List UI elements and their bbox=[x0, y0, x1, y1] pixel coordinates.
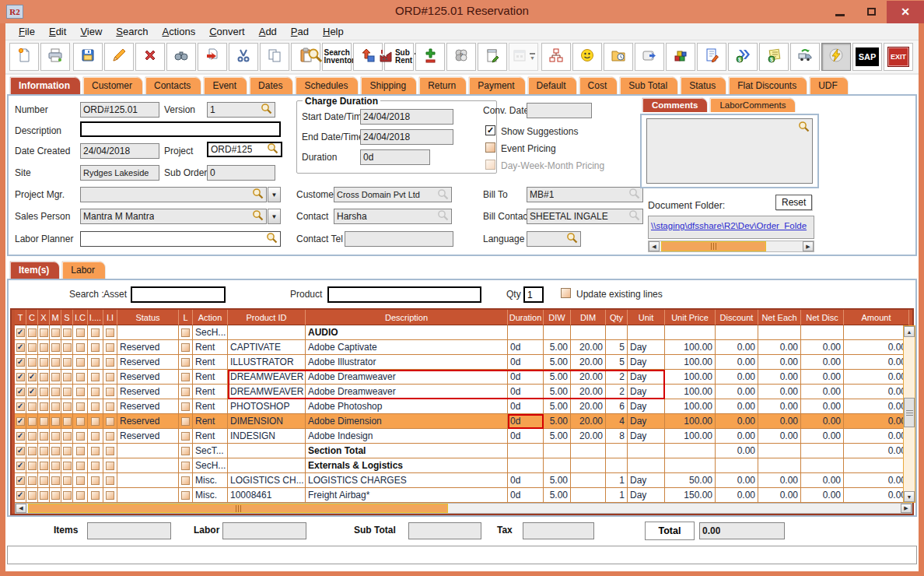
row-checkbox[interactable] bbox=[51, 447, 60, 455]
tab-labor[interactable]: Labor bbox=[61, 261, 106, 279]
scroll-right-icon[interactable]: ▶ bbox=[901, 504, 912, 513]
row-checkbox[interactable]: ✓ bbox=[16, 462, 25, 470]
row-checkbox[interactable] bbox=[63, 343, 72, 352]
row-checkbox[interactable]: ✓ bbox=[28, 388, 37, 396]
row-checkbox[interactable] bbox=[63, 432, 72, 441]
row-checkbox[interactable] bbox=[76, 388, 85, 396]
grid-row[interactable]: ✓Misc.LOGISTICS CH...LOGISTICS CHARGES0d… bbox=[15, 473, 912, 488]
row-checkbox[interactable] bbox=[76, 417, 85, 426]
row-checkbox[interactable] bbox=[40, 417, 48, 426]
tab-udf[interactable]: UDF bbox=[809, 76, 849, 94]
row-checkbox[interactable] bbox=[51, 388, 60, 396]
menu-pad[interactable]: Pad bbox=[284, 24, 316, 39]
row-checkbox[interactable] bbox=[51, 328, 60, 337]
column-header-unit[interactable]: Unit bbox=[628, 310, 665, 325]
menu-help[interactable]: Help bbox=[316, 24, 351, 39]
sales-person-search-icon[interactable] bbox=[252, 209, 264, 223]
row-checkbox[interactable] bbox=[106, 462, 114, 470]
column-header-product-id[interactable]: Product ID bbox=[228, 310, 306, 325]
sub-rent-button[interactable]: Sub Rent▼ bbox=[384, 43, 414, 71]
row-checkbox[interactable] bbox=[91, 402, 100, 411]
grid-row[interactable]: ✓Misc.10008461Freight Airbag*0d5.001Day1… bbox=[15, 488, 912, 503]
contact-button[interactable] bbox=[572, 43, 602, 71]
row-checkbox[interactable] bbox=[51, 462, 60, 470]
row-checkbox[interactable] bbox=[91, 462, 100, 470]
document-folder-link[interactable]: \\staging\dfsshare\R2\Dev\Order_Folde bbox=[651, 221, 807, 230]
column-header-l[interactable]: L bbox=[179, 310, 193, 325]
row-checkbox[interactable] bbox=[76, 462, 85, 470]
row-checkbox[interactable] bbox=[51, 491, 60, 500]
quick-actions-button[interactable] bbox=[821, 43, 851, 71]
row-checkbox[interactable] bbox=[91, 447, 100, 455]
tab-items[interactable]: Item(s) bbox=[9, 261, 60, 279]
row-checkbox[interactable] bbox=[28, 447, 37, 455]
menu-file[interactable]: File bbox=[12, 24, 42, 39]
tab-information[interactable]: Information bbox=[9, 76, 81, 94]
bill-to-search-icon[interactable] bbox=[628, 188, 640, 202]
comments-textarea[interactable] bbox=[646, 118, 813, 184]
tab-flat-discounts[interactable]: Flat Discounts bbox=[728, 76, 807, 94]
sales-person-field[interactable]: Mantra M Mantra bbox=[80, 209, 267, 224]
inventory-stack-button[interactable] bbox=[666, 43, 695, 71]
row-checkbox[interactable]: ✓ bbox=[16, 476, 25, 485]
row-checkbox[interactable] bbox=[28, 462, 37, 470]
row-checkbox[interactable]: ✓ bbox=[16, 417, 25, 426]
language-field[interactable] bbox=[527, 231, 581, 247]
column-header-amount[interactable]: Amount bbox=[844, 310, 909, 325]
menu-add[interactable]: Add bbox=[252, 24, 284, 39]
row-checkbox[interactable] bbox=[106, 328, 114, 337]
grid-row[interactable]: ✓✓ReservedRentDREAMWEAVERAdobe Dreamweav… bbox=[15, 385, 912, 399]
row-checkbox[interactable] bbox=[51, 402, 60, 411]
row-checkbox[interactable] bbox=[76, 476, 85, 485]
row-checkbox[interactable] bbox=[106, 388, 114, 396]
grid-row[interactable]: ✓SecT...Section Total0.000.00 bbox=[15, 444, 912, 458]
menu-actions[interactable]: Actions bbox=[156, 24, 203, 39]
transfer-order-button[interactable] bbox=[198, 43, 227, 71]
row-checkbox[interactable] bbox=[181, 491, 190, 500]
tab-status[interactable]: Status bbox=[680, 76, 726, 94]
row-checkbox[interactable] bbox=[91, 358, 100, 367]
qty-input[interactable]: 1 bbox=[523, 286, 544, 303]
column-header-s[interactable]: S bbox=[61, 310, 73, 325]
minimize-button[interactable] bbox=[824, 1, 856, 23]
row-checkbox[interactable] bbox=[106, 491, 114, 500]
column-header-action[interactable]: Action bbox=[193, 310, 228, 325]
row-checkbox[interactable] bbox=[91, 343, 100, 352]
row-checkbox[interactable] bbox=[181, 432, 190, 441]
tab-sub-total[interactable]: Sub Total bbox=[619, 76, 678, 94]
column-header-dim[interactable]: DIM bbox=[571, 310, 606, 325]
sales-person-dropdown[interactable]: ▼ bbox=[268, 209, 281, 224]
column-header-c[interactable]: C bbox=[26, 310, 38, 325]
scroll-right-icon[interactable]: ▶ bbox=[803, 241, 814, 251]
scroll-up-icon[interactable]: ▲ bbox=[904, 326, 915, 337]
row-checkbox[interactable] bbox=[51, 343, 60, 352]
row-checkbox[interactable] bbox=[28, 417, 37, 426]
org-chart-button[interactable] bbox=[541, 43, 571, 71]
row-checkbox[interactable]: ✓ bbox=[16, 328, 25, 337]
column-header-duration[interactable]: Duration bbox=[508, 310, 544, 325]
row-checkbox[interactable] bbox=[51, 358, 60, 367]
row-checkbox[interactable] bbox=[76, 432, 85, 441]
project-mgr-search-icon[interactable] bbox=[252, 188, 264, 202]
add-items-button[interactable] bbox=[415, 43, 445, 71]
calendar-button[interactable]: ▼ bbox=[509, 43, 538, 71]
version-search-icon[interactable] bbox=[261, 103, 272, 117]
tab-schedules[interactable]: Schedules bbox=[295, 76, 359, 94]
row-checkbox[interactable] bbox=[28, 476, 37, 485]
row-checkbox[interactable] bbox=[106, 402, 114, 411]
customer-field[interactable]: Cross Domain Pvt Ltd bbox=[334, 187, 452, 202]
row-checkbox[interactable] bbox=[51, 373, 60, 381]
exit-button[interactable]: EXIT bbox=[884, 43, 913, 71]
tab-labor-comments[interactable]: LaborComments bbox=[709, 97, 796, 112]
row-checkbox[interactable] bbox=[91, 491, 100, 500]
row-checkbox[interactable] bbox=[51, 432, 60, 441]
row-checkbox[interactable] bbox=[76, 447, 85, 455]
column-header-net-disc[interactable]: Net Disc bbox=[801, 310, 844, 325]
column-header-i-i[interactable]: I.I bbox=[103, 310, 117, 325]
comments-search-icon[interactable] bbox=[798, 121, 810, 135]
row-checkbox[interactable] bbox=[63, 476, 72, 485]
column-header-description[interactable]: Description bbox=[306, 310, 508, 325]
grid-row[interactable]: ✓ReservedRentDIMENSIONAdobe Dimension0d5… bbox=[15, 414, 912, 429]
row-checkbox[interactable] bbox=[106, 432, 114, 441]
update-existing-lines-checkbox[interactable] bbox=[561, 288, 571, 298]
